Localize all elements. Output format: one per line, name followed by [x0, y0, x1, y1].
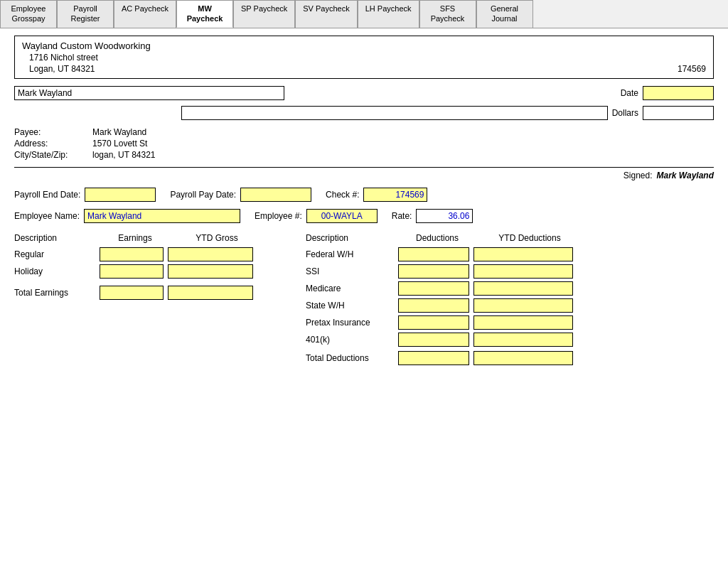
dollars-label: Dollars: [612, 108, 638, 118]
pay-date-input[interactable]: [240, 188, 311, 202]
medicare-ytd-input[interactable]: [473, 281, 573, 296]
rate-label: Rate:: [392, 211, 412, 221]
earnings-desc-header: Description: [14, 233, 100, 243]
rate-group: Rate:: [392, 209, 473, 223]
pay-date-label: Payroll Pay Date:: [170, 190, 236, 200]
tab-employee-grosspay[interactable]: Employee Grosspay: [0, 0, 57, 28]
payee-date-row: Date: [14, 86, 714, 100]
employee-name-label: Employee Name:: [14, 211, 80, 221]
date-group: Date: [621, 86, 714, 100]
total-earnings-row: Total Earnings: [14, 286, 291, 300]
company-section: Wayland Custom Woodworking 1716 Nichol s…: [14, 36, 714, 79]
check-group: Check #:: [326, 188, 427, 202]
401k-ytd-input[interactable]: [473, 333, 573, 347]
end-date-input[interactable]: [85, 188, 156, 202]
tab-mw-paycheck[interactable]: MW Paycheck: [176, 0, 233, 28]
holiday-earnings-input[interactable]: [100, 264, 164, 279]
rate-input[interactable]: [416, 209, 473, 223]
state-wh-ded-input[interactable]: [398, 298, 469, 313]
payee-value: Mark Wayland: [92, 127, 146, 137]
tab-general-journal[interactable]: General Journal: [476, 0, 533, 28]
earnings-col-headers: Description Earnings YTD Gross: [14, 233, 291, 243]
total-ded-input[interactable]: [398, 351, 469, 365]
tab-bar: Employee GrosspayPayroll RegisterAC Payc…: [0, 0, 728, 28]
employee-num-label: Employee #:: [255, 211, 302, 221]
earnings-table: Description Earnings YTD Gross Regular H…: [14, 233, 291, 368]
regular-ytd-input[interactable]: [168, 247, 253, 261]
employee-name-input[interactable]: [84, 209, 240, 223]
federal-wh-ytd-input[interactable]: [473, 247, 573, 261]
pretax-row: Pretax Insurance: [306, 315, 714, 330]
federal-wh-row: Federal W/H: [306, 247, 714, 261]
main-content: Wayland Custom Woodworking 1716 Nichol s…: [0, 28, 728, 375]
deductions-ytd-header: YTD Deductions: [476, 233, 583, 243]
payee-info-payee: Payee: Mark Wayland: [14, 127, 714, 137]
medicare-ded-input[interactable]: [398, 281, 469, 296]
holiday-ytd-input[interactable]: [168, 264, 253, 279]
employee-row: Employee Name: Employee #: Rate:: [14, 209, 714, 223]
deductions-table: Description Deductions YTD Deductions Fe…: [306, 233, 714, 368]
federal-wh-label: Federal W/H: [306, 249, 398, 259]
tab-sv-paycheck[interactable]: SV Paycheck: [295, 0, 357, 28]
address-value: 1570 Lovett St: [92, 139, 147, 148]
tab-sfs-paycheck[interactable]: SFS Paycheck: [419, 0, 476, 28]
earnings-ytd-header: YTD Gross: [171, 233, 263, 243]
total-deductions-label: Total Deductions: [306, 353, 398, 363]
payroll-fields-row: Payroll End Date: Payroll Pay Date: Chec…: [14, 188, 714, 202]
medicare-row: Medicare: [306, 281, 714, 296]
signed-label: Signed:: [623, 171, 653, 180]
state-wh-row: State W/H: [306, 298, 714, 313]
employee-num-input[interactable]: [306, 209, 378, 223]
citystate-label: City/State/Zip:: [14, 150, 92, 160]
ssi-ytd-input[interactable]: [473, 264, 573, 279]
401k-ded-input[interactable]: [398, 333, 469, 347]
tab-sp-paycheck[interactable]: SP Paycheck: [233, 0, 295, 28]
check-input[interactable]: [363, 188, 427, 202]
signed-section: Signed: Mark Wayland: [14, 167, 714, 180]
dollars-row: Dollars: [14, 106, 714, 120]
holiday-label: Holiday: [14, 266, 100, 276]
tab-ac-paycheck[interactable]: AC Paycheck: [114, 0, 176, 28]
total-deductions-row: Total Deductions: [306, 351, 714, 365]
dollars-input[interactable]: [643, 106, 714, 120]
total-earnings-input[interactable]: [100, 286, 164, 300]
ssi-label: SSI: [306, 266, 398, 276]
company-address2: Logan, UT 84321: [29, 64, 95, 74]
check-label: Check #:: [326, 190, 359, 200]
medicare-label: Medicare: [306, 284, 398, 293]
state-wh-label: State W/H: [306, 301, 398, 310]
total-ded-ytd-input[interactable]: [473, 351, 573, 365]
payee-label: Payee:: [14, 127, 92, 137]
pretax-label: Pretax Insurance: [306, 318, 398, 328]
employee-num-group: Employee #:: [255, 209, 378, 223]
tab-lh-paycheck[interactable]: LH Paycheck: [358, 0, 419, 28]
end-date-group: Payroll End Date:: [14, 188, 156, 202]
deductions-col-headers: Description Deductions YTD Deductions: [306, 233, 714, 243]
regular-earnings-input[interactable]: [100, 247, 164, 261]
deductions-desc-header: Description: [306, 233, 398, 243]
company-id: 174569: [678, 64, 706, 74]
payee-info-citystate: City/State/Zip: logan, UT 84321: [14, 150, 714, 160]
memo-input[interactable]: [181, 106, 608, 120]
ssi-ded-input[interactable]: [398, 264, 469, 279]
earnings-earn-header: Earnings: [100, 233, 171, 243]
401k-label: 401(k): [306, 335, 398, 345]
end-date-label: Payroll End Date:: [14, 190, 80, 200]
pretax-ded-input[interactable]: [398, 315, 469, 330]
tables-section: Description Earnings YTD Gross Regular H…: [14, 233, 714, 368]
tab-payroll-register[interactable]: Payroll Register: [57, 0, 114, 28]
total-earnings-label: Total Earnings: [14, 288, 100, 298]
payee-name-input[interactable]: [14, 86, 284, 100]
date-input[interactable]: [643, 86, 714, 100]
total-ytd-input[interactable]: [168, 286, 253, 300]
federal-wh-ded-input[interactable]: [398, 247, 469, 261]
company-name: Wayland Custom Woodworking: [22, 40, 706, 51]
pretax-ytd-input[interactable]: [473, 315, 573, 330]
pay-date-group: Payroll Pay Date:: [170, 188, 311, 202]
holiday-row: Holiday: [14, 264, 291, 279]
payee-info-address: Address: 1570 Lovett St: [14, 139, 714, 148]
state-wh-ytd-input[interactable]: [473, 298, 573, 313]
address-label: Address:: [14, 139, 92, 148]
signed-name: Mark Wayland: [657, 171, 714, 180]
employee-name-group: Employee Name:: [14, 209, 240, 223]
